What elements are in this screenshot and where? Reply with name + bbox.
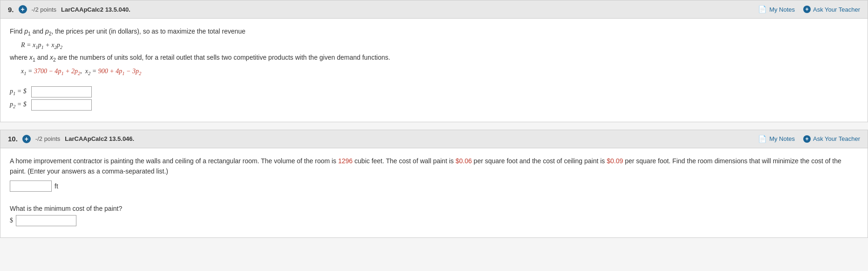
question-10-number: 10. — [8, 135, 18, 143]
question-9-body: Find p1 and p2, the prices per unit (in … — [0, 19, 868, 122]
question-10-description: A home improvement contractor is paintin… — [10, 156, 858, 177]
question-10-mincost-row: $ — [10, 215, 858, 226]
p1-label: p1 = $ — [10, 88, 28, 96]
ask-teacher-label-q10: Ask Your Teacher — [813, 135, 860, 142]
p1-input[interactable] — [31, 86, 92, 97]
ask-teacher-btn-q10[interactable]: + Ask Your Teacher — [803, 135, 860, 143]
question-9-p2-row: p2 = $ — [10, 99, 858, 111]
question-10-header-left: 10. + -/2 points LarCAApCalc2 13.5.046. — [8, 135, 134, 143]
notes-icon-q10: 📄 — [758, 135, 767, 143]
question-9-number: 9. — [8, 6, 14, 14]
min-cost-input[interactable] — [16, 215, 76, 226]
dimensions-input[interactable] — [10, 181, 52, 192]
my-notes-label-q10: My Notes — [769, 135, 795, 142]
unit-label: ft — [55, 182, 58, 190]
min-cost-label: What is the minimum cost of the paint? — [10, 205, 858, 212]
question-9-revenue-formula: R = x1p1 + x2p2 — [21, 42, 858, 50]
question-10-points: -/2 points — [35, 135, 60, 142]
volume-value: 1296 — [338, 157, 353, 165]
ask-icon-q9: + — [803, 6, 811, 13]
my-notes-btn-q9[interactable]: 📄 My Notes — [758, 5, 795, 14]
ask-teacher-btn-q9[interactable]: + Ask Your Teacher — [803, 6, 860, 13]
question-9-header-left: 9. + -/2 points LarCAApCalc2 13.5.040. — [8, 5, 130, 14]
question-10-body: A home improvement contractor is paintin… — [0, 148, 868, 237]
question-9-points: -/2 points — [32, 6, 56, 13]
question-9-intro: Find p1 and p2, the prices per unit (in … — [10, 26, 858, 38]
ask-icon-q10: + — [803, 135, 811, 143]
question-10: 10. + -/2 points LarCAApCalc2 13.5.046. … — [0, 130, 868, 238]
question-9-header: 9. + -/2 points LarCAApCalc2 13.5.040. 📄… — [0, 0, 868, 19]
my-notes-btn-q10[interactable]: 📄 My Notes — [758, 135, 795, 143]
question-10-dimensions-row: ft — [10, 181, 858, 192]
ask-teacher-label-q9: Ask Your Teacher — [813, 6, 860, 13]
question-9-header-right: 📄 My Notes + Ask Your Teacher — [758, 5, 860, 14]
question-9-where-text: where x1 and x2 are the numbers of units… — [10, 52, 858, 64]
question-10-header: 10. + -/2 points LarCAApCalc2 13.5.046. … — [0, 130, 868, 148]
p2-input[interactable] — [31, 99, 92, 111]
wall-cost: $0.06 — [456, 157, 472, 165]
add-icon-q10[interactable]: + — [22, 135, 31, 143]
question-10-header-right: 📄 My Notes + Ask Your Teacher — [758, 135, 860, 143]
between-questions-spacer — [0, 126, 868, 130]
question-9-id: LarCAApCalc2 13.5.040. — [61, 6, 130, 13]
p2-label: p2 = $ — [10, 101, 28, 109]
my-notes-label-q9: My Notes — [769, 6, 795, 13]
question-9-p1-row: p1 = $ — [10, 86, 858, 97]
ceiling-cost: $0.09 — [607, 157, 623, 165]
dollar-prefix: $ — [10, 217, 13, 224]
add-icon-q9[interactable]: + — [19, 5, 27, 14]
question-10-id: LarCAApCalc2 13.5.046. — [65, 135, 134, 142]
notes-icon-q9: 📄 — [758, 5, 767, 14]
question-9-demand-eq: x1 = 3700 − 4p1 + 2p2, x2 = 900 + 4p1 − … — [21, 68, 858, 76]
question-9: 9. + -/2 points LarCAApCalc2 13.5.040. 📄… — [0, 0, 868, 122]
